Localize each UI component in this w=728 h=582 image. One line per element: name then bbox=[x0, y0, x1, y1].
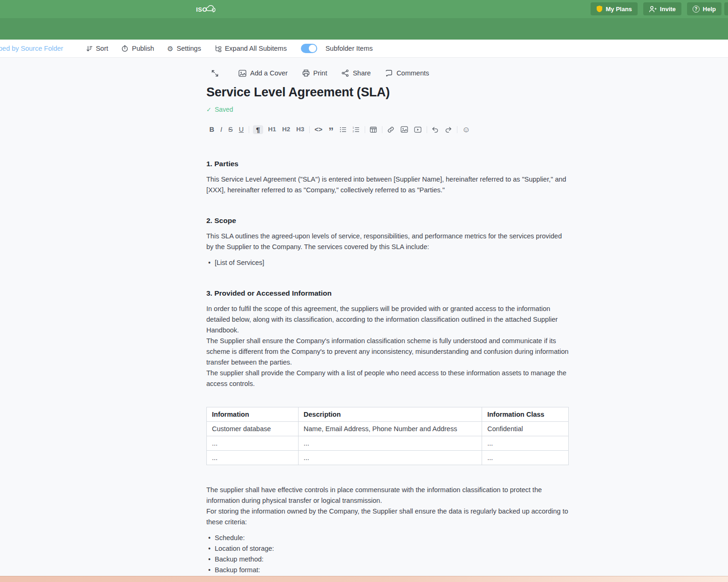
share-icon bbox=[341, 69, 349, 77]
image-icon bbox=[401, 126, 408, 133]
grouped-by-source-folder-link[interactable]: ped by Source Folder bbox=[0, 45, 63, 52]
information-paragraph-3: The supplier shall provide the Company w… bbox=[206, 368, 569, 389]
saved-status: ✓ Saved bbox=[206, 106, 569, 113]
toolbar-divider bbox=[457, 126, 457, 133]
section-heading-information: 3. Provided or Accessed Information bbox=[206, 289, 569, 298]
cell[interactable]: ... bbox=[482, 436, 569, 451]
view-toolbar: ped by Source Folder Sort Publish ⚙ Sett… bbox=[0, 40, 728, 58]
add-cover-label: Add a Cover bbox=[250, 69, 288, 77]
heading3-button[interactable]: H3 bbox=[293, 126, 307, 133]
col-information-class[interactable]: Information Class bbox=[482, 407, 569, 422]
cell[interactable]: ... bbox=[298, 451, 482, 465]
sort-label: Sort bbox=[96, 45, 109, 52]
document-canvas[interactable]: Add a Cover Print Share Comments bbox=[206, 58, 569, 575]
print-label: Print bbox=[313, 69, 327, 77]
insert-image-button[interactable] bbox=[398, 126, 411, 133]
publish-label: Publish bbox=[132, 45, 154, 52]
bold-button[interactable]: B bbox=[206, 126, 217, 133]
emoji-button[interactable]: ☺ bbox=[459, 126, 473, 134]
list-item: [List of Services] bbox=[206, 257, 569, 268]
toolbar-divider bbox=[365, 126, 365, 133]
undo-button[interactable] bbox=[429, 127, 442, 133]
expand-all-subitems-button[interactable]: Expand All Subitems bbox=[214, 45, 287, 52]
undo-icon bbox=[432, 127, 439, 133]
publish-button[interactable]: Publish bbox=[121, 45, 154, 52]
image-icon bbox=[238, 70, 246, 77]
blockquote-button[interactable]: ” bbox=[326, 126, 337, 136]
secondary-header-bar bbox=[0, 18, 728, 40]
svg-text:2: 2 bbox=[353, 130, 354, 133]
cell[interactable]: Confidential bbox=[482, 422, 569, 436]
col-information[interactable]: Information bbox=[207, 407, 299, 422]
comments-button[interactable]: Comments bbox=[385, 69, 429, 77]
question-icon: ? bbox=[693, 6, 700, 13]
cell[interactable]: ... bbox=[482, 451, 569, 465]
subitems-tree-icon bbox=[214, 45, 222, 52]
table-icon bbox=[370, 127, 377, 133]
toolbar-divider bbox=[382, 126, 382, 133]
expand-all-subitems-label: Expand All Subitems bbox=[225, 45, 287, 52]
comment-icon bbox=[385, 69, 393, 77]
section-heading-parties: 1. Parties bbox=[206, 159, 569, 168]
toggle-knob bbox=[309, 45, 316, 52]
paragraph-button[interactable]: ¶ bbox=[253, 125, 263, 134]
heading2-button[interactable]: H2 bbox=[279, 126, 293, 133]
sort-icon bbox=[86, 45, 93, 52]
cell[interactable]: ... bbox=[207, 436, 299, 451]
document-title[interactable]: Service Level Agreement (SLA) bbox=[206, 85, 569, 100]
insert-video-button[interactable] bbox=[411, 127, 425, 133]
numbered-list-button[interactable]: 12 bbox=[350, 127, 363, 133]
cell[interactable]: Customer database bbox=[207, 422, 299, 436]
insert-table-button[interactable] bbox=[367, 127, 380, 133]
my-plans-button[interactable]: My Plans bbox=[591, 2, 638, 15]
invite-label: Invite bbox=[660, 6, 676, 13]
gear-icon: ⚙ bbox=[167, 45, 173, 52]
cell[interactable]: Name, Email Address, Phone Number and Ad… bbox=[298, 422, 482, 436]
iso-cloud-logo[interactable]: ISO bbox=[196, 3, 217, 15]
code-button[interactable]: <> bbox=[312, 126, 326, 133]
cell[interactable]: ... bbox=[207, 451, 299, 465]
print-button[interactable]: Print bbox=[302, 69, 327, 77]
printer-icon bbox=[302, 69, 310, 77]
col-description[interactable]: Description bbox=[298, 407, 482, 422]
bullet-list-button[interactable] bbox=[337, 127, 350, 133]
bottom-accent-bar bbox=[0, 576, 728, 582]
underline-button[interactable]: U bbox=[236, 126, 246, 133]
italic-button[interactable]: I bbox=[217, 126, 225, 133]
add-cover-button[interactable]: Add a Cover bbox=[238, 69, 288, 77]
help-button[interactable]: ? Help bbox=[687, 2, 721, 15]
publish-icon bbox=[121, 45, 129, 52]
formatting-toolbar: B I S U ¶ H1 H2 H3 <> ” 12 bbox=[206, 124, 569, 135]
sort-button[interactable]: Sort bbox=[86, 45, 109, 52]
information-table: Information Description Information Clas… bbox=[206, 407, 569, 465]
heading1-button[interactable]: H1 bbox=[265, 126, 279, 133]
list-item: Schedule: bbox=[206, 533, 569, 543]
subfolder-items-toggle[interactable] bbox=[301, 44, 317, 53]
toolbar-divider bbox=[249, 126, 249, 133]
shield-icon bbox=[596, 5, 603, 13]
document-body[interactable]: 1. Parties This Service Level Agreement … bbox=[206, 159, 569, 575]
person-plus-icon bbox=[649, 6, 657, 13]
table-row: ... ... ... bbox=[207, 436, 569, 451]
list-item: Backup method: bbox=[206, 554, 569, 565]
services-list: [List of Services] bbox=[206, 257, 569, 268]
video-icon bbox=[414, 127, 422, 133]
share-button[interactable]: Share bbox=[341, 69, 371, 77]
table-row: Customer database Name, Email Address, P… bbox=[207, 422, 569, 436]
table-row: ... ... ... bbox=[207, 451, 569, 465]
topbar-overflow-button[interactable] bbox=[724, 2, 728, 15]
backup-criteria-list: Schedule: Location of storage: Backup me… bbox=[206, 533, 569, 575]
help-label: Help bbox=[703, 6, 716, 13]
cell[interactable]: ... bbox=[298, 436, 482, 451]
strikethrough-button[interactable]: S bbox=[225, 126, 236, 133]
topbar-actions: My Plans Invite ? Help bbox=[591, 2, 722, 15]
settings-button[interactable]: ⚙ Settings bbox=[167, 45, 201, 52]
subfolder-items-label: Subfolder Items bbox=[326, 45, 373, 52]
share-label: Share bbox=[353, 69, 371, 77]
invite-button[interactable]: Invite bbox=[643, 2, 681, 15]
my-plans-label: My Plans bbox=[606, 6, 632, 13]
insert-link-button[interactable] bbox=[384, 126, 398, 133]
redo-button[interactable] bbox=[442, 127, 455, 133]
expand-doc-icon[interactable] bbox=[211, 69, 219, 77]
toolbar-divider bbox=[427, 126, 427, 133]
